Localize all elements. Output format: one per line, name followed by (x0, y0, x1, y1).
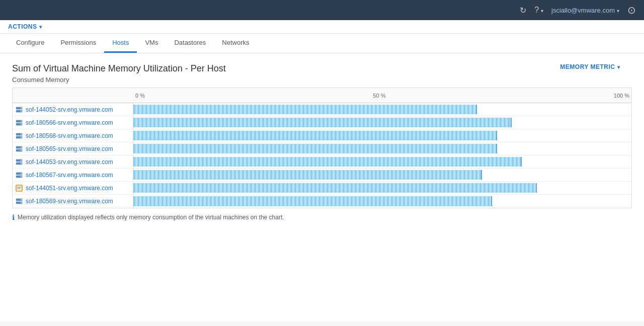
bar-fill (133, 144, 497, 153)
host-icon (16, 106, 23, 113)
chart-data-row: sof-180568-srv.eng.vmware.com (13, 129, 631, 142)
svg-point-19 (21, 163, 22, 164)
info-icon: ℹ (12, 213, 15, 221)
bar-fill (133, 118, 512, 127)
avatar-icon: ⊙ (627, 5, 636, 16)
host-label[interactable]: sof-144052-srv.eng.vmware.com (26, 106, 113, 113)
host-label[interactable]: sof-180569-srv.eng.vmware.com (26, 198, 113, 205)
row-label-area: sof-144051-srv.eng.vmware.com (13, 182, 133, 194)
svg-point-27 (21, 202, 22, 203)
row-label-area: sof-180567-srv.eng.vmware.com (13, 169, 133, 181)
svg-point-26 (21, 199, 22, 200)
svg-point-15 (21, 150, 22, 151)
bar-area (133, 129, 631, 142)
chart-container: 0 % 50 % 100 % sof-144052-srv.eng.vmware… (12, 88, 632, 208)
actions-button[interactable]: ACTIONS (8, 23, 42, 30)
bar-area (133, 169, 631, 181)
info-note: ℹ Memory utilization displayed reflects … (12, 208, 632, 226)
row-label-area: sof-180568-srv.eng.vmware.com (13, 129, 133, 142)
info-note-text: Memory utilization displayed reflects on… (18, 214, 284, 221)
user-email: jsciallo@vmware.com (551, 7, 615, 14)
actions-chevron-icon (39, 23, 42, 30)
bar-area (133, 103, 631, 116)
bar-area (133, 182, 631, 194)
tab-navigation: Configure Permissions Hosts VMs Datastor… (0, 34, 644, 53)
host-icon (16, 145, 23, 152)
user-menu[interactable]: jsciallo@vmware.com (551, 7, 619, 14)
refresh-button[interactable]: ↻ (520, 6, 526, 15)
svg-point-3 (21, 111, 22, 112)
chart-data-row: sof-180569-srv.eng.vmware.com (13, 195, 631, 208)
axis-min: 0 % (133, 93, 147, 99)
tab-vms[interactable]: VMs (137, 34, 166, 53)
axis-mid: 50 % (371, 93, 387, 99)
row-label-area: sof-144053-srv.eng.vmware.com (13, 155, 133, 168)
chart-data-row: sof-144052-srv.eng.vmware.com (13, 103, 631, 116)
tab-networks[interactable]: Networks (214, 34, 257, 53)
chart-axis-row: 0 % 50 % 100 % (13, 88, 631, 103)
host-icon (16, 172, 23, 179)
chart-data-row: sof-180566-srv.eng.vmware.com (13, 116, 631, 129)
row-label-area: sof-180569-srv.eng.vmware.com (13, 195, 133, 208)
chart-header: Sum of Virtual Machine Memory Utilizatio… (12, 63, 632, 74)
bar-fill (133, 170, 482, 180)
bar-fill (133, 196, 492, 206)
host-label[interactable]: sof-180565-srv.eng.vmware.com (26, 145, 113, 152)
actions-label: ACTIONS (8, 23, 37, 30)
host-label[interactable]: sof-144053-srv.eng.vmware.com (26, 158, 113, 166)
host-icon (16, 132, 23, 139)
svg-point-11 (21, 137, 22, 138)
host-icon (16, 158, 23, 166)
bar-area (133, 155, 631, 168)
host-icon (16, 198, 23, 205)
host-label[interactable]: sof-180567-srv.eng.vmware.com (26, 172, 113, 179)
svg-point-7 (21, 124, 22, 125)
bar-area (133, 195, 631, 208)
row-label-area: sof-180566-srv.eng.vmware.com (13, 116, 133, 129)
bar-area (133, 116, 631, 129)
svg-point-10 (21, 134, 22, 135)
axis-max: 100 % (612, 93, 631, 99)
svg-point-18 (21, 160, 22, 161)
svg-point-14 (21, 147, 22, 148)
host-label[interactable]: sof-180566-srv.eng.vmware.com (26, 119, 113, 126)
bar-fill (133, 157, 522, 167)
actions-bar: ACTIONS (0, 20, 644, 34)
tab-permissions[interactable]: Permissions (52, 34, 104, 53)
svg-point-22 (21, 173, 22, 174)
tab-datastores[interactable]: Datastores (166, 34, 214, 53)
help-button[interactable]: ? (534, 6, 543, 15)
bar-fill (133, 105, 477, 114)
help-icon: ? (534, 6, 539, 15)
main-content: Sum of Virtual Machine Memory Utilizatio… (0, 53, 644, 321)
chart-subtitle: Consumed Memory (12, 76, 632, 84)
row-label-area: sof-180565-srv.eng.vmware.com (13, 142, 133, 155)
host-label[interactable]: sof-144051-srv.eng.vmware.com (26, 185, 113, 192)
warning-host-icon (16, 185, 23, 192)
refresh-icon: ↻ (520, 6, 526, 15)
help-chevron-icon (541, 6, 543, 15)
svg-point-23 (21, 176, 22, 177)
bar-fill (133, 131, 497, 140)
user-chevron-icon (617, 7, 619, 14)
memory-metric-button[interactable]: MEMORY METRIC (560, 63, 620, 70)
bar-area (133, 142, 631, 155)
chart-rows: sof-144052-srv.eng.vmware.com sof-180566… (13, 103, 631, 208)
svg-point-2 (21, 108, 22, 109)
chart-title: Sum of Virtual Machine Memory Utilizatio… (12, 63, 632, 74)
svg-point-6 (21, 121, 22, 122)
tab-hosts[interactable]: Hosts (104, 34, 137, 53)
chart-data-row: sof-144053-srv.eng.vmware.com (13, 155, 631, 169)
tab-configure[interactable]: Configure (8, 34, 52, 53)
memory-metric-chevron-icon (617, 63, 620, 70)
host-label[interactable]: sof-180568-srv.eng.vmware.com (26, 132, 113, 139)
top-bar: ↻ ? jsciallo@vmware.com ⊙ (0, 0, 644, 20)
chart-data-row: sof-180565-srv.eng.vmware.com (13, 142, 631, 155)
axis-scale: 0 % 50 % 100 % (133, 93, 631, 99)
memory-metric-label: MEMORY METRIC (560, 63, 615, 70)
chart-data-row: sof-180567-srv.eng.vmware.com (13, 169, 631, 182)
row-label-area: sof-144052-srv.eng.vmware.com (13, 103, 133, 116)
avatar[interactable]: ⊙ (627, 4, 636, 16)
chart-data-row: sof-144051-srv.eng.vmware.com (13, 182, 631, 195)
host-icon (16, 119, 23, 126)
